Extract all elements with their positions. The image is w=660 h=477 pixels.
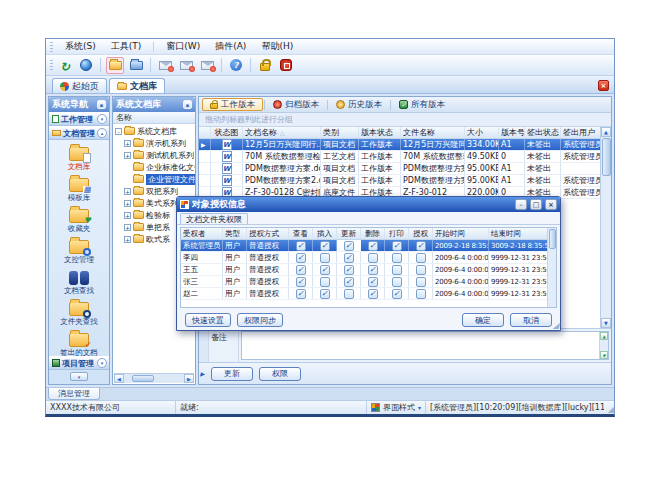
- table-row[interactable]: 70M 系统数据整理检... 工艺文档 工作版本 70M 系统数据整理 49.5…: [199, 151, 600, 163]
- insert-checkbox[interactable]: [320, 289, 330, 299]
- folder-button[interactable]: [127, 57, 145, 74]
- print-checkbox[interactable]: [392, 289, 402, 299]
- ui-style-dropdown[interactable]: 界面样式: [367, 401, 426, 414]
- column-status-icon[interactable]: 状态图: [211, 127, 243, 138]
- tree-item[interactable]: + 测试机机系列: [113, 149, 195, 161]
- sidebar-section-work[interactable]: 工作管理: [49, 112, 109, 126]
- column-insert[interactable]: 插入: [313, 228, 337, 239]
- column-update[interactable]: 更新: [337, 228, 361, 239]
- menu-system[interactable]: 系统(S): [62, 39, 99, 54]
- scrollbar-thumb[interactable]: [602, 138, 611, 176]
- tab-folder-permissions[interactable]: 文档文件夹权限: [180, 213, 248, 224]
- sidebar-item-folder-search[interactable]: 文件夹查找: [49, 298, 109, 327]
- column-end-time[interactable]: 结束时间: [489, 228, 547, 239]
- scrollbar-thumb[interactable]: [132, 375, 154, 382]
- help-button[interactable]: [227, 57, 245, 74]
- sidebar-item-favorites[interactable]: 收藏夹: [49, 205, 109, 234]
- view-checkbox[interactable]: [296, 265, 306, 275]
- sidebar-item-checked-out-docs[interactable]: 签出的文档: [49, 329, 109, 356]
- tree-expander[interactable]: +: [124, 212, 131, 219]
- collapse-section-button[interactable]: [97, 128, 107, 138]
- scroll-down-arrow[interactable]: [600, 351, 608, 359]
- close-tab-button[interactable]: [598, 80, 609, 91]
- dialog-resize-grip[interactable]: [553, 321, 559, 330]
- quick-setup-button[interactable]: 快速设置: [185, 313, 231, 327]
- tree-horizontal-scrollbar[interactable]: [114, 373, 194, 383]
- insert-checkbox[interactable]: [320, 265, 330, 275]
- update-checkbox[interactable]: [344, 277, 354, 287]
- permission-row[interactable]: 张三 用户 普通授权 2009-6-4 0:00:00 9999-12-31 2…: [181, 276, 547, 288]
- permission-row[interactable]: 赵二 用户 普通授权 2009-6-4 0:00:00 9999-12-31 2…: [181, 288, 547, 300]
- column-print[interactable]: 打印: [385, 228, 409, 239]
- sidebar-item-doc-library[interactable]: 文档库: [49, 143, 109, 172]
- tab-working-version[interactable]: 工作版本: [202, 98, 263, 111]
- maximize-button[interactable]: [530, 199, 542, 210]
- tree-expander[interactable]: +: [124, 200, 131, 207]
- notes-textarea[interactable]: [241, 331, 609, 360]
- table-row[interactable]: PDM数据整理方案.doc 项目文档 工作版本 PDM数据整理方案.doc 95…: [199, 163, 600, 175]
- print-checkbox[interactable]: [392, 253, 402, 263]
- insert-checkbox[interactable]: [320, 277, 330, 287]
- lock-button[interactable]: [256, 57, 274, 74]
- exit-button[interactable]: [277, 57, 295, 74]
- cancel-button[interactable]: 取消: [510, 313, 552, 327]
- authorize-checkbox[interactable]: [416, 289, 426, 299]
- menu-plugins[interactable]: 插件(A): [212, 39, 249, 54]
- sidebar-item-template-library[interactable]: 模板库: [49, 174, 109, 203]
- permission-row[interactable]: 李四 用户 普通授权 2009-6-4 0:00:00 9999-12-31 2…: [181, 252, 547, 264]
- tree-expander[interactable]: +: [124, 152, 131, 159]
- authorize-checkbox[interactable]: [416, 277, 426, 287]
- menubar-grip[interactable]: [50, 42, 53, 52]
- print-checkbox[interactable]: [392, 241, 402, 251]
- tree-column-header[interactable]: 名称: [113, 112, 195, 124]
- collapse-section-button[interactable]: [97, 358, 107, 368]
- open-folder-button[interactable]: [106, 57, 124, 74]
- tree-expander[interactable]: +: [124, 224, 131, 231]
- authorize-checkbox[interactable]: [416, 241, 426, 251]
- sidebar-item-doc-search[interactable]: 文档查找: [49, 267, 109, 296]
- delete-checkbox[interactable]: [368, 241, 378, 251]
- mail-new-button[interactable]: [156, 57, 174, 74]
- resize-grip[interactable]: [604, 401, 614, 414]
- column-authorize[interactable]: 授权: [409, 228, 433, 239]
- column-type[interactable]: 类型: [223, 228, 247, 239]
- scrollbar-thumb[interactable]: [549, 229, 556, 249]
- delete-checkbox[interactable]: [368, 265, 378, 275]
- grid-vertical-scrollbar[interactable]: [600, 127, 611, 328]
- column-grantee[interactable]: 受权者: [181, 228, 223, 239]
- authorize-checkbox[interactable]: [416, 253, 426, 263]
- group-by-bar[interactable]: 拖动列标题到此进行分组: [199, 113, 611, 127]
- delete-checkbox[interactable]: [368, 253, 378, 263]
- tab-archived-version[interactable]: 归档版本: [266, 98, 326, 111]
- permission-button[interactable]: 权限: [259, 367, 301, 381]
- dialog-titlebar[interactable]: 对象授权信息: [177, 197, 560, 212]
- print-checkbox[interactable]: [392, 277, 402, 287]
- column-view[interactable]: 查看: [289, 228, 313, 239]
- view-checkbox[interactable]: [296, 277, 306, 287]
- tab-history-version[interactable]: 历史版本: [329, 98, 389, 111]
- sidebar-section-project[interactable]: 项目管理: [49, 356, 109, 370]
- menu-window[interactable]: 窗口(W): [163, 39, 203, 54]
- table-row[interactable]: PDM数据整理方案2.doc 项目文档 工作版本 PDM数据整理方案2.doc …: [199, 175, 600, 187]
- tree-expander[interactable]: +: [124, 188, 131, 195]
- scroll-up-arrow[interactable]: [600, 332, 608, 340]
- table-row[interactable]: 12月5日万兴隆同行... 项目文档 工作版本 12月5日万兴隆同行 334.0…: [199, 139, 600, 151]
- column-doc-name[interactable]: 文档名称: [243, 127, 321, 138]
- tab-all-versions[interactable]: 所有版本: [392, 98, 452, 111]
- tree-options-button[interactable]: [183, 100, 192, 109]
- view-checkbox[interactable]: [296, 253, 306, 263]
- insert-checkbox[interactable]: [320, 253, 330, 263]
- sidebar-options-button[interactable]: [97, 100, 106, 109]
- permission-row[interactable]: 王五 用户 普通授权 2009-6-4 0:00:00 9999-12-31 2…: [181, 264, 547, 276]
- tree-expander[interactable]: -: [115, 128, 122, 135]
- sidebar-item-doc-control[interactable]: 文控管理: [49, 236, 109, 265]
- update-checkbox[interactable]: [344, 241, 354, 251]
- sidebar-more-button[interactable]: [70, 372, 88, 381]
- permission-sync-button[interactable]: 权限同步: [237, 313, 283, 327]
- update-button[interactable]: 更新: [211, 367, 253, 381]
- insert-checkbox[interactable]: [320, 241, 330, 251]
- ok-button[interactable]: 确定: [462, 313, 504, 327]
- column-size[interactable]: 大小: [465, 127, 499, 138]
- tree-expander[interactable]: +: [124, 236, 131, 243]
- delete-checkbox[interactable]: [368, 289, 378, 299]
